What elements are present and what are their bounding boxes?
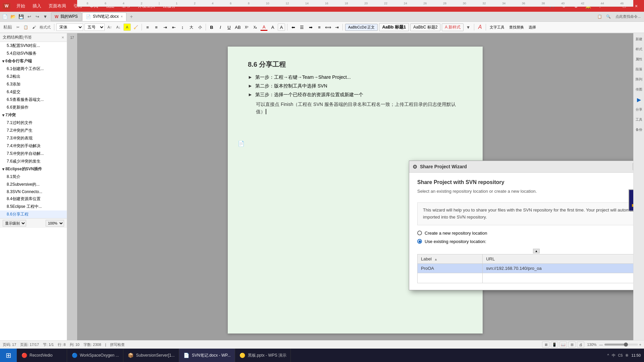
file-tab-svn[interactable]: 📄 SVN笔记.docx × [82, 12, 126, 21]
sidebar-item-6-4[interactable]: 6.4提交 [0, 88, 67, 96]
subscript-button[interactable]: X₂ [252, 23, 259, 31]
rs-btn-properties[interactable]: 属性 [634, 55, 644, 64]
tray-ime-icon[interactable]: 中 [612, 353, 615, 358]
menu-tab-page[interactable]: 页面布局 [45, 2, 69, 10]
style-normal[interactable]: AaBbCcDd 正文 [345, 24, 378, 31]
radio-new-location[interactable]: Create a new repository location [417, 231, 633, 236]
font-grow-btn[interactable]: 大 [187, 23, 195, 31]
copy-button[interactable]: 📋 [22, 23, 30, 31]
zoom-out-button[interactable]: — [599, 343, 603, 347]
sidebar-item-5-4[interactable]: 5.4启动SVN服务 [0, 50, 67, 57]
font-size-increase[interactable]: A↑ [106, 23, 113, 31]
distributed-button[interactable]: ⟺ [324, 23, 332, 31]
style-dropdown[interactable]: ▼ [465, 23, 472, 31]
rs-btn-play[interactable]: ▶ [634, 95, 644, 104]
new-tab-button[interactable]: + [127, 14, 136, 20]
sidebar-item-6-1[interactable]: 6.1创建两个工作区... [0, 65, 67, 73]
outdent-button[interactable]: ⇤ [170, 23, 177, 31]
format-painter-button[interactable]: 🖌 [30, 23, 38, 31]
qa-dropdown-button[interactable]: ▼ [42, 13, 49, 20]
font-size-decrease[interactable]: A↓ [115, 23, 122, 31]
rs-btn-share[interactable]: 分享 [634, 105, 644, 114]
sidebar-item-7-4[interactable]: 7.4冲突的手动解决 [0, 142, 67, 150]
file-tab-mywps[interactable]: W 我的WPS [51, 12, 82, 21]
bullet-list-button[interactable]: ≡ [144, 23, 151, 31]
underline-button[interactable]: U [225, 23, 233, 31]
sidebar-item-8-2[interactable]: 8.2Subversive的... [0, 181, 67, 188]
zoom-slider[interactable] [604, 344, 638, 346]
sidebar-item-6-2[interactable]: 6.2检出 [0, 73, 67, 80]
qa-open-button[interactable]: 📂 [9, 13, 17, 20]
indent-more-button[interactable]: ⇥ [333, 23, 340, 31]
rs-btn-array[interactable]: 阵列 [634, 75, 644, 84]
sidebar-section-7[interactable]: ▼ 7冲突 [0, 111, 67, 119]
view-print-btn[interactable]: 🖨 [577, 342, 584, 348]
zoom-select[interactable]: 100% [46, 220, 64, 227]
sidebar-section-8[interactable]: ▼ 8Eclipse的SVN插件 [0, 165, 67, 173]
document-scroll-area[interactable]: 8642|12468101214161820222426283032343638… [77, 33, 633, 340]
format-all-button[interactable]: 格式式 [38, 23, 52, 31]
rs-btn-paragraph[interactable]: 段落 [634, 65, 644, 74]
zoom-slider-handle[interactable] [624, 343, 628, 347]
view-normal-btn[interactable]: 🖥 [542, 342, 549, 348]
qa-save-button[interactable]: 💾 [17, 13, 25, 20]
superscript-button[interactable]: X² [243, 23, 250, 31]
font-name-select[interactable]: 宋体 [56, 23, 83, 31]
sidebar-item-8-1[interactable]: 8.1简介 [0, 173, 67, 181]
align-center-button[interactable]: ☰ [298, 23, 306, 31]
view-full-btn[interactable]: ⊞ [568, 342, 576, 348]
sidebar-item-5-3[interactable]: 5.3配置SVN对应... [0, 42, 67, 50]
radio-existing-location[interactable]: Use existing repository location: [417, 239, 633, 244]
tray-cs-icon[interactable]: CS [618, 354, 623, 357]
align-right-button[interactable]: ➡ [307, 23, 314, 31]
taskbar-item-subversion[interactable]: 📦 SubversionServer[1... [123, 349, 179, 362]
zoom-in-button[interactable]: + [639, 343, 641, 347]
tray-show-icon[interactable]: ^ [607, 353, 609, 357]
start-button[interactable]: ⊞ [0, 349, 17, 362]
paste-button[interactable]: 粘贴 [2, 23, 13, 31]
highlight-button[interactable]: A [123, 23, 131, 31]
view-web-btn[interactable]: 📱 [551, 342, 558, 348]
file-tab-svn-close[interactable]: × [121, 15, 123, 18]
sidebar-item-8-5[interactable]: 8.5Eclipse 工程中... [0, 203, 67, 210]
sidebar-item-7-6[interactable]: 7.6减少冲突的发生 [0, 158, 67, 165]
align-justify-button[interactable]: ≡ [316, 23, 323, 31]
style-h2[interactable]: AaBbC 标题2 [410, 23, 440, 31]
repository-table[interactable]: Label ▲ URL [417, 254, 633, 283]
show-level-select[interactable]: 显示级别 [3, 220, 26, 227]
italic-button[interactable]: I [217, 23, 224, 31]
rs-btn-style[interactable]: 样式 [634, 45, 644, 54]
qa-undo-button[interactable]: ↩ [25, 13, 33, 20]
menu-tab-start[interactable]: 开始 [13, 2, 29, 10]
rs-btn-tools[interactable]: 工具 [634, 115, 644, 124]
rs-btn-upload[interactable]: 传图 [634, 85, 644, 94]
right-toolbar-btn2[interactable]: 🔍 [605, 13, 612, 20]
sidebar-item-8-4[interactable]: 8.4创建资源库位置 [0, 195, 67, 203]
sidebar-section-6[interactable]: ▼ 6命令行客户端 [0, 57, 67, 65]
bg-color-button[interactable]: A [269, 23, 276, 31]
document-page[interactable]: 8.6 分享工程 ► 第一步：工程→右键→Team→Share Project.… [228, 47, 483, 334]
right-toolbar-btn1[interactable]: 📋 [596, 13, 603, 20]
text-tools-button[interactable]: 文字工具 [488, 23, 506, 31]
dialog-minimize-button[interactable]: — [633, 163, 633, 170]
sidebar-close-icon[interactable]: × [61, 35, 64, 40]
sidebar-item-7-2[interactable]: 7.2冲突的产生 [0, 127, 67, 134]
char-border-button[interactable]: A [278, 23, 285, 31]
style-new[interactable]: A 新样式 [442, 23, 464, 31]
rs-btn-backup[interactable]: 备份 [634, 125, 644, 134]
strikethrough-button[interactable]: AB [234, 23, 241, 31]
clear-format-button[interactable]: 🧹 [132, 23, 140, 31]
menu-tab-insert[interactable]: 插入 [29, 2, 45, 10]
font-shrink-btn[interactable]: 小 [196, 23, 204, 31]
qa-new-button[interactable]: 📄 [1, 13, 9, 20]
line-spacing-button[interactable]: ↕ [179, 23, 186, 31]
word-art-button[interactable]: A [476, 23, 484, 31]
font-color-button[interactable]: A [260, 23, 268, 31]
sidebar-item-7-1[interactable]: 7.1过时的文件 [0, 119, 67, 127]
right-toolbar-search[interactable]: 点此查找命令... [613, 13, 643, 20]
rs-btn-new[interactable]: 新建 [634, 35, 644, 44]
sidebar-item-6-6[interactable]: 6.6更新操作 [0, 104, 67, 111]
select-button[interactable]: 选择 [527, 23, 538, 31]
font-size-select[interactable]: 五号 [85, 23, 105, 31]
taskbar-item-svndoc[interactable]: 📄 SVN笔记.docx - WP... [179, 349, 235, 362]
